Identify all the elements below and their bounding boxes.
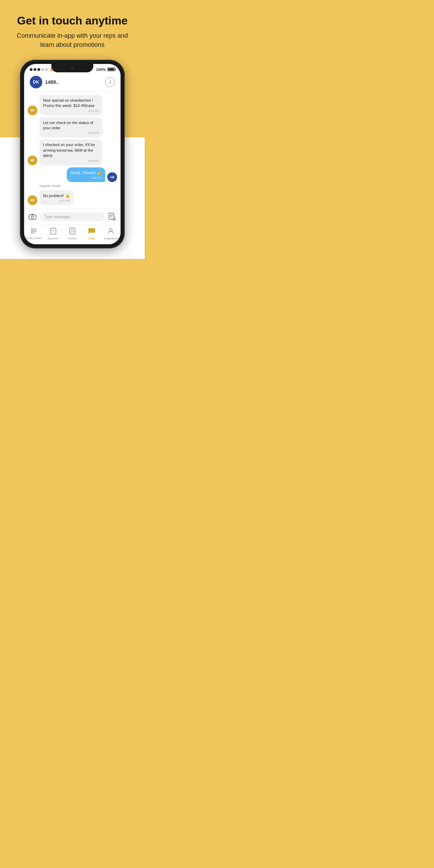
svg-point-16 — [31, 233, 32, 234]
hero-section: Get in touch anytime Communicate in-app … — [0, 0, 145, 56]
svg-rect-17 — [50, 228, 56, 234]
nav-item-history[interactable]: History — [64, 227, 81, 240]
message-time: 8:20 PM — [70, 176, 102, 179]
message-time: 8:21 PM — [43, 199, 70, 202]
avatar-mf: MF — [28, 155, 37, 165]
message-text: Great. Thanks! 👍 — [70, 170, 102, 175]
message-text: I checked on your order, it'll be arrivi… — [43, 142, 99, 158]
avatar-mf: MF — [28, 106, 37, 115]
signal-indicators: 📶 — [30, 67, 55, 71]
message-row: MF I checked on your order, it'll be arr… — [28, 139, 117, 165]
message-row: MF No problem! 👍 8:21 PM — [28, 190, 117, 205]
battery-percent: 100% — [96, 67, 106, 72]
svg-point-24 — [109, 229, 112, 231]
info-button[interactable]: i — [105, 77, 115, 87]
camera-button[interactable] — [28, 212, 37, 222]
nav-item-employees[interactable]: Employees — [102, 227, 120, 240]
message-row: MF New special on strawberries ! Promo t… — [28, 95, 117, 115]
avatar-ab: AB — [107, 172, 117, 182]
employees-icon — [107, 227, 114, 236]
avatar-dk: DK — [30, 76, 42, 88]
message-bubble: Great. Thanks! 👍 8:20 PM — [67, 167, 105, 182]
svg-point-13 — [31, 229, 32, 230]
avatar-placeholder — [28, 128, 37, 137]
nav-label-employees: Employees — [104, 237, 118, 240]
message-row: AB Great. Thanks! 👍 8:20 PM — [28, 167, 117, 182]
avatar-mf: MF — [28, 195, 37, 205]
nav-item-chat[interactable]: Chat — [83, 227, 100, 240]
message-text: New special on strawberries ! Promo this… — [43, 98, 99, 109]
sender-label: Majestic Foods — [39, 184, 117, 188]
message-text-input[interactable]: Type message... — [40, 212, 104, 221]
history-icon — [69, 227, 75, 236]
chat-icon — [88, 227, 95, 236]
phone-outer: 📶 100% DK 1489.. i — [20, 60, 125, 249]
message-bubble: I checked on your order, it'll be arrivi… — [39, 139, 102, 165]
phone-screen: 📶 100% DK 1489.. i — [24, 64, 121, 245]
input-placeholder: Type message... — [44, 215, 73, 219]
signal-dot-5 — [45, 68, 48, 71]
document-button[interactable] — [107, 212, 117, 222]
message-bubble: New special on strawberries ! Promo this… — [39, 95, 102, 115]
svg-point-14 — [31, 230, 32, 231]
chat-header: DK 1489.. i — [24, 73, 121, 92]
signal-dot-1 — [30, 68, 32, 71]
message-row: Let me check on the status of your order… — [28, 117, 117, 138]
battery-fill — [108, 68, 114, 71]
signal-dot-4 — [41, 68, 44, 71]
nav-item-discover[interactable]: Discover — [44, 227, 62, 240]
nav-label-chat: Chat — [88, 237, 95, 240]
hero-subtitle: Communicate in-app with your reps and le… — [10, 31, 134, 49]
signal-dot-3 — [37, 68, 40, 71]
message-text: Let me check on the status of your order — [43, 120, 99, 131]
phone-wrapper: 📶 100% DK 1489.. i — [0, 56, 145, 259]
message-bubble: No problem! 👍 8:21 PM — [39, 190, 73, 205]
svg-point-15 — [31, 231, 32, 232]
phone-notch — [51, 64, 93, 72]
hero-title: Get in touch anytime — [10, 14, 134, 27]
bottom-navigation: Order Guide Discover — [24, 224, 121, 244]
message-time: 8:15 PM — [43, 159, 99, 162]
signal-dot-2 — [34, 68, 36, 71]
message-time: 8:15 PM — [43, 131, 99, 135]
battery-status: 100% — [96, 67, 115, 72]
order-guide-icon — [30, 228, 37, 236]
discover-icon — [50, 227, 56, 236]
message-bubble: Let me check on the status of your order… — [39, 117, 102, 138]
message-text: No problem! 👍 — [43, 193, 70, 198]
message-time: 8:15 PM — [43, 109, 99, 113]
nav-label-discover: Discover — [48, 237, 58, 240]
messages-area: MF New special on strawberries ! Promo t… — [24, 92, 121, 209]
camera-dot — [71, 67, 74, 70]
chat-contact-name: 1489.. — [45, 79, 59, 85]
message-input-area: Type message... — [24, 209, 121, 224]
nav-item-order-guide[interactable]: Order Guide — [25, 228, 43, 240]
nav-label-order-guide: Order Guide — [26, 237, 42, 240]
nav-label-history: History — [68, 237, 77, 240]
svg-rect-0 — [29, 215, 36, 219]
svg-point-1 — [31, 216, 34, 218]
battery-icon — [107, 67, 115, 71]
